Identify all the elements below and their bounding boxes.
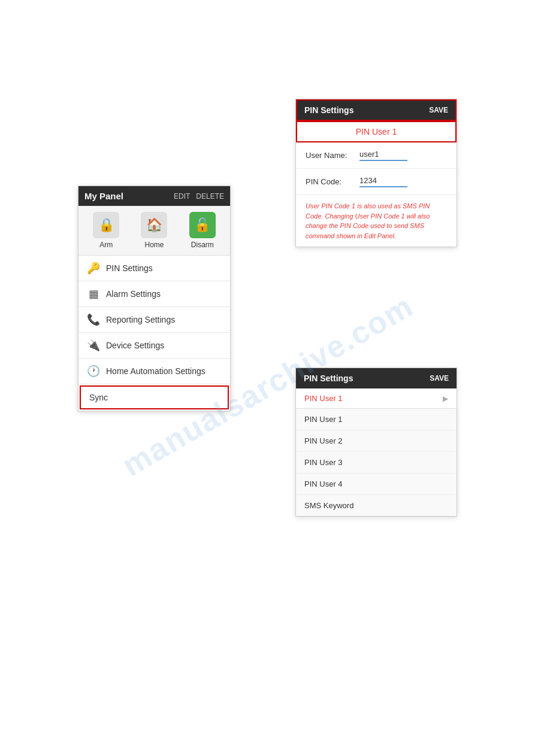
- disarm-label: Disarm: [191, 241, 214, 249]
- menu-item-device-settings[interactable]: 🔌 Device Settings: [78, 333, 230, 359]
- panel-buttons: 🔒 Arm 🏠 Home 🔓 Disarm: [78, 206, 230, 256]
- my-panel: My Panel EDIT DELETE 🔒 Arm 🏠 Home 🔓 Disa…: [78, 186, 231, 411]
- sync-label: Sync: [89, 393, 108, 402]
- pin-panel-1-save-button[interactable]: SAVE: [429, 106, 448, 114]
- device-settings-icon: 🔌: [87, 339, 100, 352]
- my-panel-actions: EDIT DELETE: [174, 192, 224, 201]
- pin-panel-2-save-button[interactable]: SAVE: [430, 374, 449, 382]
- home-automation-settings-label: Home Automation Settings: [106, 366, 205, 376]
- pin-dropdown-option-4[interactable]: SMS Keyword: [296, 495, 457, 516]
- pin-panel-1-header: PIN Settings SAVE: [296, 99, 457, 121]
- device-settings-label: Device Settings: [106, 341, 164, 350]
- pin-panel-1-selected-user: PIN User 1: [356, 127, 397, 136]
- pin-panel-2-title: PIN Settings: [304, 374, 353, 383]
- pin-code-row: PIN Code: 1234: [296, 169, 457, 195]
- pin-username-row: User Name: user1: [296, 142, 457, 169]
- alarm-settings-label: Alarm Settings: [106, 289, 161, 299]
- pin-code-label: PIN Code:: [306, 177, 359, 186]
- disarm-button[interactable]: 🔓 Disarm: [182, 212, 223, 249]
- reporting-settings-label: Reporting Settings: [106, 315, 175, 324]
- disarm-icon: 🔓: [189, 212, 216, 238]
- pin-panel-2-header: PIN Settings SAVE: [296, 368, 457, 388]
- pin-panel-2-dropdown-selected[interactable]: PIN User 1 ▶: [296, 388, 457, 409]
- my-panel-header: My Panel EDIT DELETE: [78, 186, 230, 206]
- home-automation-icon: 🕐: [87, 365, 100, 378]
- arm-label: Arm: [99, 241, 113, 249]
- dropdown-arrow-icon: ▶: [443, 394, 448, 403]
- arm-button[interactable]: 🔒 Arm: [85, 212, 127, 249]
- edit-button[interactable]: EDIT: [174, 192, 190, 201]
- home-icon: 🏠: [141, 212, 167, 238]
- pin-dropdown-option-2[interactable]: PIN User 3: [296, 452, 457, 473]
- pin-panel-1-title: PIN Settings: [304, 105, 353, 115]
- pin-settings-label: PIN Settings: [106, 263, 153, 273]
- pin-notice: User PIN Code 1 is also used as SMS PIN …: [296, 195, 457, 247]
- arm-icon: 🔒: [93, 212, 119, 238]
- pin-dropdown-option-1[interactable]: PIN User 2: [296, 430, 457, 452]
- my-panel-title: My Panel: [84, 191, 123, 201]
- menu-item-home-automation-settings[interactable]: 🕐 Home Automation Settings: [78, 359, 230, 384]
- pin-dropdown-option-3[interactable]: PIN User 4: [296, 473, 457, 495]
- pin-username-value[interactable]: user1: [359, 150, 407, 161]
- pin-panel-1-user-tab[interactable]: PIN User 1: [296, 121, 457, 142]
- menu-item-pin-settings[interactable]: 🔑 PIN Settings: [78, 256, 230, 281]
- pin-panel-2: PIN Settings SAVE PIN User 1 ▶ PIN User …: [295, 368, 457, 517]
- pin-username-label: User Name:: [306, 151, 359, 160]
- home-label: Home: [144, 241, 164, 249]
- alarm-settings-icon: ▦: [87, 287, 100, 300]
- pin-code-value[interactable]: 1234: [359, 176, 407, 187]
- delete-button[interactable]: DELETE: [196, 192, 224, 201]
- menu-item-reporting-settings[interactable]: 📞 Reporting Settings: [78, 307, 230, 333]
- reporting-settings-icon: 📞: [87, 313, 100, 326]
- pin-panel-1: PIN Settings SAVE PIN User 1 User Name: …: [295, 99, 457, 247]
- sync-button[interactable]: Sync: [80, 385, 229, 409]
- menu-item-alarm-settings[interactable]: ▦ Alarm Settings: [78, 281, 230, 307]
- pin-dropdown-option-0[interactable]: PIN User 1: [296, 409, 457, 430]
- home-button[interactable]: 🏠 Home: [133, 212, 175, 249]
- pin-panel-2-selected-user: PIN User 1: [304, 394, 343, 403]
- pin-settings-icon: 🔑: [87, 262, 100, 275]
